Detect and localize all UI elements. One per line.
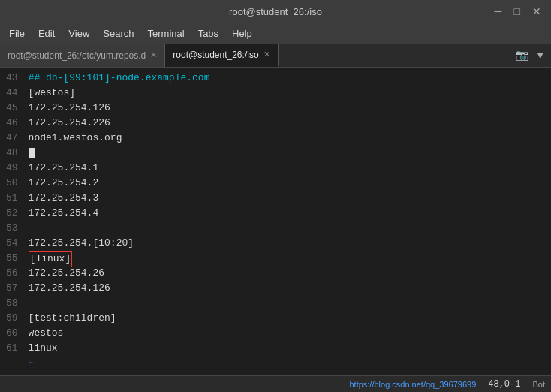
maximize-button[interactable]: □ [510, 5, 524, 18]
window-title: root@student_26:/iso [229, 6, 322, 17]
tab-label: root@student_26:/etc/yum.repos.d [8, 50, 146, 61]
line-number: 43 [6, 71, 24, 86]
tab-label: root@student_26:/iso [173, 50, 258, 60]
line-number: 57 [6, 281, 24, 296]
code-line: node1.westos.org [29, 131, 551, 146]
code-line: ~ [29, 371, 551, 375]
line-number: 49 [6, 161, 24, 176]
line-numbers: 43444546474849505152535455565758596061 [0, 68, 29, 375]
tab-bar: root@student_26:/etc/yum.repos.d ✕ root@… [0, 44, 551, 68]
code-line: 172.25.254.126 [29, 281, 551, 296]
code-line: [westos] [29, 86, 551, 101]
code-line: 172.25.254.126 [29, 101, 551, 116]
code-line: 172.25.254.[10:20] [29, 236, 551, 251]
line-number [6, 356, 24, 371]
minimize-button[interactable]: ─ [491, 5, 506, 18]
line-number: 60 [6, 326, 24, 341]
code-line: [linux] [29, 251, 551, 266]
line-number: 58 [6, 296, 24, 311]
tab-close-icon[interactable]: ✕ [263, 50, 270, 59]
screenshot-icon[interactable]: 📷 [513, 47, 531, 63]
line-number: 45 [6, 101, 24, 116]
menu-item-help[interactable]: Help [226, 26, 258, 41]
dropdown-icon[interactable]: ▼ [534, 48, 546, 63]
code-line: 172.25.254.3 [29, 191, 551, 206]
cursor-position: 48,0-1 [488, 379, 520, 390]
line-number: 54 [6, 236, 24, 251]
code-line: 172.25.254.1 [29, 161, 551, 176]
status-bar: https://blog.csdn.net/qq_39679699 48,0-1… [0, 375, 551, 392]
line-number: 55 [6, 251, 24, 266]
code-line: 172.25.254.226 [29, 116, 551, 131]
line-number: 44 [6, 86, 24, 101]
code-line: ~ [29, 356, 551, 371]
line-number: 46 [6, 116, 24, 131]
menu-item-tabs[interactable]: Tabs [192, 26, 224, 41]
tab-bar-actions: 📷 ▼ [508, 44, 551, 67]
status-link: https://blog.csdn.net/qq_39679699 [349, 380, 476, 389]
code-line: ## db-[99:101]-node.example.com [29, 71, 551, 86]
line-number: 61 [6, 341, 24, 356]
line-number: 59 [6, 311, 24, 326]
code-line [29, 296, 551, 311]
line-number: 50 [6, 176, 24, 191]
menu-item-terminal[interactable]: Terminal [142, 26, 191, 41]
code-line [29, 221, 551, 236]
line-number: 56 [6, 266, 24, 281]
line-number: 52 [6, 206, 24, 221]
menu-item-view[interactable]: View [62, 26, 95, 41]
window-controls: ─ □ ✕ [491, 5, 545, 18]
line-number: 48 [6, 146, 24, 161]
status-mode: Bot [532, 380, 545, 389]
code-area[interactable]: ## db-[99:101]-node.example.com[westos]1… [29, 68, 551, 375]
terminal-content: 43444546474849505152535455565758596061 #… [0, 68, 551, 375]
menu-item-file[interactable]: File [3, 26, 31, 41]
code-line: westos [29, 326, 551, 341]
code-line: [test:children] [29, 311, 551, 326]
line-number: 47 [6, 131, 24, 146]
code-line [29, 146, 551, 161]
menu-item-edit[interactable]: Edit [32, 26, 61, 41]
tab-iso[interactable]: root@student_26:/iso ✕ [165, 44, 278, 67]
code-line: 172.25.254.4 [29, 206, 551, 221]
line-number: 53 [6, 221, 24, 236]
code-line: 172.25.254.26 [29, 266, 551, 281]
close-button[interactable]: ✕ [528, 5, 545, 18]
tab-close-icon[interactable]: ✕ [150, 50, 157, 60]
tab-yum-repos[interactable]: root@student_26:/etc/yum.repos.d ✕ [0, 44, 165, 67]
line-number [6, 371, 24, 375]
line-number: 51 [6, 191, 24, 206]
code-line: 172.25.254.2 [29, 176, 551, 191]
title-bar: root@student_26:/iso ─ □ ✕ [0, 0, 551, 23]
code-line: linux [29, 341, 551, 356]
menu-bar: FileEditViewSearchTerminalTabsHelp [0, 23, 551, 44]
menu-item-search[interactable]: Search [97, 26, 140, 41]
